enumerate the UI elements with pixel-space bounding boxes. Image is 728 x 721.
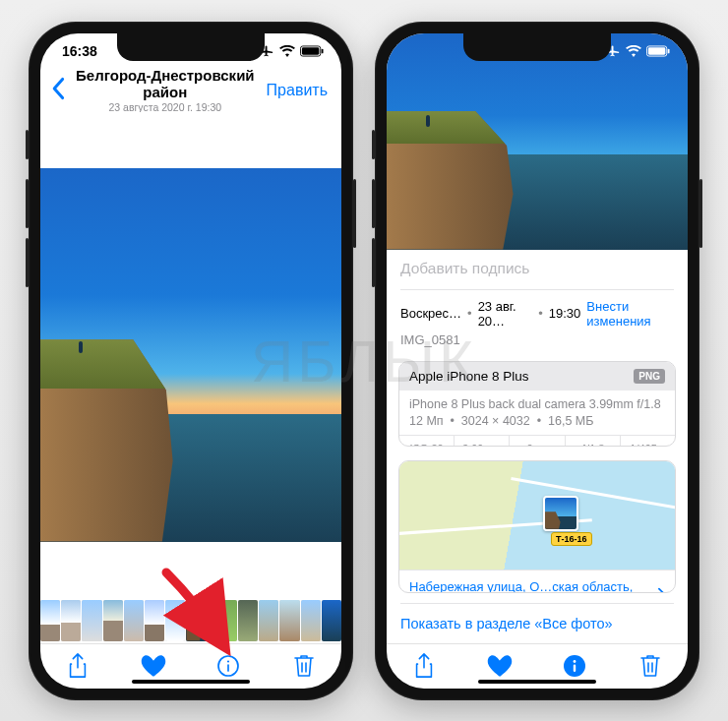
battery-icon [300, 45, 324, 57]
info-button[interactable] [212, 649, 245, 683]
spec-iso: ISO 20 [399, 436, 455, 447]
share-button[interactable] [61, 649, 94, 683]
info-icon [563, 654, 586, 678]
chevron-right-icon [658, 587, 665, 593]
photo-viewer[interactable] [40, 112, 341, 598]
map-pin[interactable] [543, 496, 578, 531]
notch [463, 33, 611, 61]
photo-preview[interactable] [387, 33, 688, 250]
svg-rect-6 [648, 47, 666, 54]
home-indicator[interactable] [478, 680, 596, 684]
svg-rect-10 [574, 665, 576, 673]
share-icon [413, 653, 435, 679]
heart-icon [487, 654, 513, 678]
notch [117, 33, 265, 61]
edit-button[interactable]: Править [263, 82, 332, 99]
trash-icon [293, 653, 315, 679]
info-button-active[interactable] [558, 649, 591, 683]
caption-input[interactable]: Добавить подпись [387, 250, 688, 289]
delete-button[interactable] [287, 649, 321, 683]
dimensions: 3024 × 4032 [461, 414, 530, 428]
map-card[interactable]: Т-16-16 Набережная улица, О…ская область… [398, 460, 676, 593]
spec-shutter: 1/495 s [621, 436, 675, 447]
chevron-left-icon [50, 77, 68, 100]
map-marker: Т-16-16 [551, 532, 592, 546]
format-badge: PNG [634, 369, 665, 384]
adjust-link[interactable]: Внести изменения [586, 299, 674, 329]
svg-rect-2 [322, 48, 324, 53]
heart-icon [141, 654, 166, 678]
megapixels: 12 Мп [409, 414, 444, 428]
svg-rect-7 [668, 48, 670, 53]
delete-button[interactable] [634, 649, 667, 683]
back-button[interactable] [50, 77, 68, 104]
meta-time: 19:30 [549, 306, 581, 321]
filename: IMG_0581 [387, 330, 688, 357]
battery-icon [646, 45, 670, 57]
share-button[interactable] [407, 649, 441, 683]
meta-day: Воскрес… [400, 306, 461, 321]
svg-rect-1 [302, 47, 320, 54]
meta-date: 23 авг. 20… [478, 299, 533, 329]
status-time: 16:38 [62, 43, 97, 59]
show-in-all-photos[interactable]: Показать в разделе «Все фото» [387, 604, 688, 643]
thumbnail-strip[interactable] [40, 598, 341, 643]
nav-bar: Белгород-Днестровский район 23 августа 2… [40, 69, 341, 112]
trash-icon [639, 653, 661, 679]
status-icons [260, 43, 324, 58]
device-model: Apple iPhone 8 Plus [409, 369, 529, 384]
phone-right: Добавить подпись Воскрес… • 23 авг. 20… … [375, 22, 699, 700]
spec-focal: 3,99 мм [455, 436, 510, 447]
home-indicator[interactable] [132, 680, 250, 684]
nav-title: Белгород-Днестровский район [68, 67, 263, 101]
device-card: Apple iPhone 8 Plus PNG iPhone 8 Plus ba… [398, 361, 676, 447]
svg-point-4 [227, 660, 229, 662]
favorite-button[interactable] [137, 649, 170, 683]
spec-ev: 0 ev [510, 436, 565, 447]
spec-aperture: ƒ/1.8 [566, 436, 621, 447]
wifi-icon [279, 45, 295, 57]
phone-left: 16:38 Белгород-Днестровский район 23 авг… [29, 22, 353, 700]
favorite-button[interactable] [483, 649, 516, 683]
info-icon [216, 654, 240, 678]
map-address[interactable]: Набережная улица, О…ская область, Украин… [409, 579, 658, 593]
filesize: 16,5 МБ [548, 414, 593, 428]
info-panel[interactable]: Добавить подпись Воскрес… • 23 авг. 20… … [387, 250, 688, 643]
svg-point-9 [574, 660, 576, 663]
share-icon [67, 653, 89, 679]
wifi-icon [626, 45, 641, 57]
camera-line: iPhone 8 Plus back dual camera 3.99mm f/… [399, 391, 675, 414]
